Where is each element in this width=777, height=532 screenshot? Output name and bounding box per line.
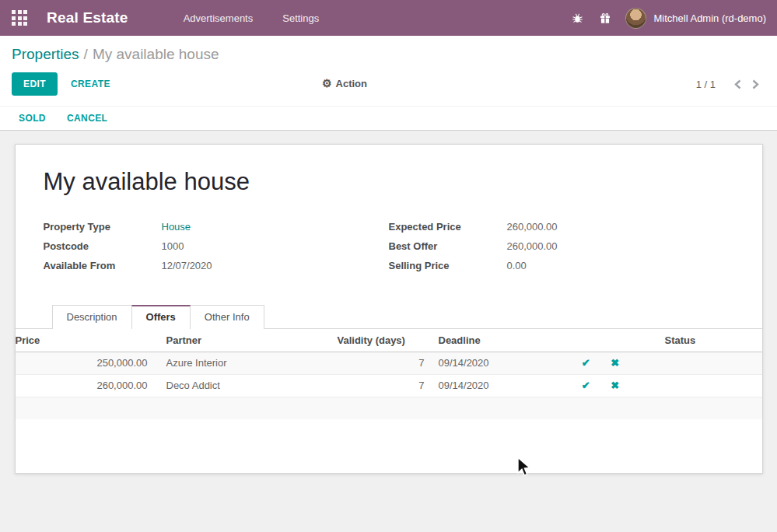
column-header-partner[interactable]: Partner <box>156 329 338 352</box>
offer-partner[interactable]: Deco Addict <box>156 374 338 397</box>
offer-row-deco-addict[interactable]: 260,000.00 Deco Addict 7 09/14/2020 ✔ ✖ <box>16 374 762 397</box>
form-view: My available house Property Type House P… <box>0 131 777 474</box>
offer-deadline[interactable]: 09/14/2020 <box>432 374 555 397</box>
user-menu[interactable]: Mitchell Admin (rd-demo) <box>654 12 767 24</box>
field-group-left: Property Type House Postcode 1000 Availa… <box>44 221 389 279</box>
field-selling-price: Selling Price 0.00 <box>389 260 734 279</box>
gift-icon[interactable] <box>598 12 612 24</box>
field-value-postcode: 1000 <box>162 240 184 252</box>
field-label: Expected Price <box>389 221 507 233</box>
field-value-selling-price: 0.00 <box>507 260 527 271</box>
field-value-property-type[interactable]: House <box>162 221 191 233</box>
pager-previous-icon[interactable] <box>734 79 741 89</box>
create-button[interactable]: CREATE <box>71 79 110 89</box>
offer-row-azure-interior[interactable]: 250,000.00 Azure Interior 7 09/14/2020 ✔… <box>16 352 762 374</box>
tab-strip: Description Offers Other Info <box>16 305 762 329</box>
user-avatar[interactable] <box>625 8 646 29</box>
gear-icon: ⚙ <box>322 77 332 89</box>
field-property-type: Property Type House <box>44 221 389 240</box>
apps-menu-icon[interactable] <box>0 0 39 36</box>
offers-header-row: Price Partner Validity (days) Deadline S… <box>16 329 762 352</box>
column-header-deadline[interactable]: Deadline <box>432 329 555 352</box>
edit-button[interactable]: EDIT <box>12 72 58 96</box>
pager-next-icon[interactable] <box>752 79 759 89</box>
navbar-right: Mitchell Admin (rd-demo) <box>571 8 767 29</box>
offer-deadline[interactable]: 09/14/2020 <box>432 352 555 374</box>
field-postcode: Postcode 1000 <box>44 240 389 260</box>
breadcrumb-properties[interactable]: Properties <box>12 46 79 62</box>
refuse-offer-icon[interactable]: ✖ <box>609 357 621 369</box>
field-groups: Property Type House Postcode 1000 Availa… <box>44 221 734 279</box>
tab-description[interactable]: Description <box>52 305 132 329</box>
offer-status <box>646 352 762 374</box>
field-expected-price: Expected Price 260,000.00 <box>389 221 734 240</box>
field-label: Best Offer <box>389 240 507 252</box>
column-header-price[interactable]: Price <box>16 329 156 352</box>
top-navbar: Real Estate Advertisements Settings Mitc… <box>0 0 777 36</box>
field-best-offer: Best Offer 260,000.00 <box>389 240 734 260</box>
cancel-button[interactable]: CANCEL <box>67 113 107 124</box>
sold-button[interactable]: SOLD <box>19 113 46 124</box>
column-header-validity[interactable]: Validity (days) <box>338 329 432 352</box>
refuse-offer-icon[interactable]: ✖ <box>609 380 621 391</box>
field-group-right: Expected Price 260,000.00 Best Offer 260… <box>389 221 734 279</box>
offer-price[interactable]: 260,000.00 <box>16 374 156 397</box>
offer-validity[interactable]: 7 <box>338 352 432 374</box>
breadcrumb-current: My available house <box>93 46 219 62</box>
menu-settings[interactable]: Settings <box>268 0 334 36</box>
tab-other-info[interactable]: Other Info <box>190 305 264 329</box>
accept-offer-icon[interactable]: ✔ <box>579 380 592 391</box>
breadcrumb: Properties/My available house <box>12 44 765 72</box>
offer-actions: ✔ ✖ <box>555 374 646 397</box>
offer-actions: ✔ ✖ <box>555 352 646 374</box>
debug-bug-icon[interactable] <box>571 12 585 24</box>
control-panel: Properties/My available house EDIT CREAT… <box>0 36 777 106</box>
pager-value: 1 / 1 <box>696 79 716 90</box>
action-menu-button[interactable]: ⚙ Action <box>322 77 367 89</box>
pager: 1 / 1 <box>696 79 765 90</box>
accept-offer-icon[interactable]: ✔ <box>579 357 592 369</box>
navbar-menu: Advertisements Settings <box>169 0 334 36</box>
offer-partner[interactable]: Azure Interior <box>156 352 338 374</box>
grid-icon <box>12 10 27 26</box>
offer-status <box>646 374 762 397</box>
form-sheet: My available house Property Type House P… <box>15 144 763 474</box>
notebook: Description Offers Other Info Price Part… <box>16 305 762 419</box>
offers-table: Price Partner Validity (days) Deadline S… <box>16 329 762 419</box>
field-label: Postcode <box>44 240 162 252</box>
action-label: Action <box>336 78 367 89</box>
app-brand[interactable]: Real Estate <box>47 9 128 26</box>
field-value-best-offer: 260,000.00 <box>507 240 558 252</box>
record-title: My available house <box>44 168 734 196</box>
form-statusbar: SOLD CANCEL <box>0 106 777 131</box>
empty-list-stripe <box>16 397 762 419</box>
tab-offers[interactable]: Offers <box>131 305 191 329</box>
field-label: Available From <box>44 260 162 271</box>
menu-advertisements[interactable]: Advertisements <box>169 0 268 36</box>
breadcrumb-separator: / <box>84 46 88 62</box>
field-label: Property Type <box>44 221 162 233</box>
offer-price[interactable]: 250,000.00 <box>16 352 156 374</box>
column-header-actions <box>555 329 646 352</box>
offer-validity[interactable]: 7 <box>338 374 432 397</box>
field-value-available-from: 12/07/2020 <box>162 260 212 271</box>
field-label: Selling Price <box>389 260 507 271</box>
column-header-status[interactable]: Status <box>646 329 762 352</box>
control-panel-buttons: EDIT CREATE ⚙ Action 1 / 1 <box>12 72 765 106</box>
field-available-from: Available From 12/07/2020 <box>44 260 389 279</box>
field-value-expected-price: 260,000.00 <box>507 221 558 233</box>
